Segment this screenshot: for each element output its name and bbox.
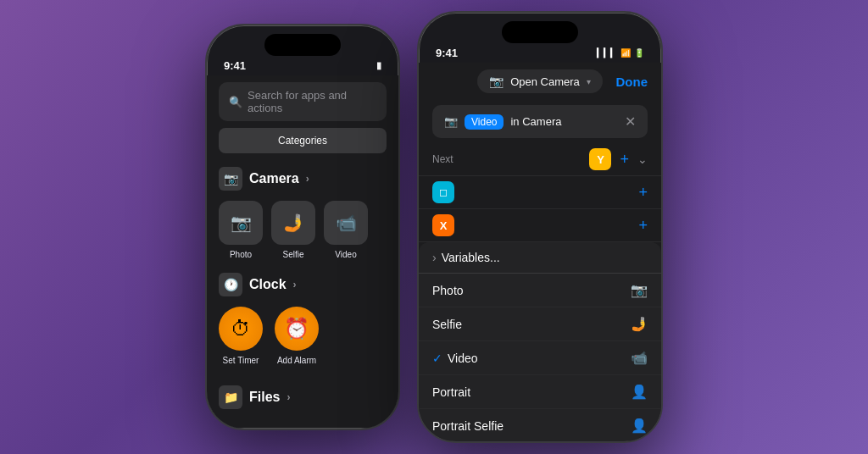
video-icon: 📹 <box>324 201 368 245</box>
status-bar-left: 9:41 ▮ <box>207 56 398 75</box>
status-bar-right: 9:41 ▎▎▎ 📶 🔋 <box>419 43 661 63</box>
next-item-y[interactable]: Y <box>589 148 611 170</box>
status-icons-left: ▮ <box>376 60 381 71</box>
files-section-icon: 📁 <box>219 385 242 409</box>
clock-shortcuts-row: ⏱ Set Timer ⏰ Add Alarm <box>207 302 398 370</box>
left-phone: 9:41 ▮ 🔍 Search for apps and actions Cat… <box>205 24 400 430</box>
photo-menu-icon: 📷 <box>631 282 648 298</box>
set-timer-label: Set Timer <box>223 356 259 365</box>
video-label: Video <box>335 250 356 259</box>
dynamic-island-left <box>264 34 341 56</box>
next-chevron-down: ⌄ <box>637 152 648 166</box>
right-phone-content: 📷 Open Camera ▾ Done 📷 Video in Camera ✕… <box>419 63 661 440</box>
next-add-3[interactable]: + <box>638 217 648 235</box>
filter-tag[interactable]: Video <box>465 114 504 130</box>
shortcut-selfie[interactable]: 🤳 Selfie <box>271 201 315 259</box>
right-phone: 9:41 ▎▎▎ 📶 🔋 📷 Open Camera ▾ Done 📷 Vi <box>417 11 663 443</box>
dynamic-island-right <box>502 21 578 43</box>
portrait-selfie-menu-label: Portrait Selfie <box>432 419 504 433</box>
menu-item-selfie[interactable]: Selfie 🤳 <box>419 307 661 341</box>
variables-row[interactable]: › Variables... <box>419 242 661 274</box>
action-label: Open Camera <box>510 75 580 88</box>
variables-label: Variables... <box>442 251 500 264</box>
video-check-icon: ✓ <box>432 352 442 365</box>
menu-item-photo[interactable]: Photo 📷 <box>419 274 661 307</box>
add-alarm-icon: ⏰ <box>275 307 319 351</box>
camera-section-icon: 📷 <box>219 167 242 191</box>
filter-bar: 📷 Video in Camera ✕ <box>432 105 648 138</box>
menu-item-portrait-left: Portrait <box>432 385 470 399</box>
variables-chevron: › <box>432 251 437 264</box>
left-phone-content: 🔍 Search for apps and actions Categories… <box>207 75 398 428</box>
selfie-label: Selfie <box>282 250 303 259</box>
camera-section-title: Camera <box>249 171 299 186</box>
next-add-1[interactable]: + <box>620 151 629 169</box>
video-menu-label: Video <box>448 352 478 365</box>
search-bar[interactable]: 🔍 Search for apps and actions <box>219 82 387 121</box>
battery-icon-left: ▮ <box>376 60 381 71</box>
add-alarm-label: Add Alarm <box>277 356 316 365</box>
filter-text: in Camera <box>510 115 561 128</box>
top-action-bar: 📷 Open Camera ▾ Done <box>419 63 661 100</box>
shortcut-add-alarm[interactable]: ⏰ Add Alarm <box>275 307 319 365</box>
clock-section-header[interactable]: 🕐 Clock › <box>207 264 398 302</box>
menu-item-video-left: ✓ Video <box>432 352 478 365</box>
selfie-menu-icon: 🤳 <box>631 316 648 332</box>
clock-section-icon: 🕐 <box>219 273 242 296</box>
action-dropdown-arrow: ▾ <box>587 77 591 86</box>
clock-chevron: › <box>293 279 297 291</box>
next-items-row-2: ◻ + <box>419 176 661 209</box>
camera-chevron: › <box>306 173 309 185</box>
wifi-icon: 📶 <box>620 48 631 58</box>
battery-icon-right: 🔋 <box>634 48 644 58</box>
photo-icon: 📷 <box>219 201 263 245</box>
time-right: 9:41 <box>436 47 458 59</box>
menu-item-portrait-selfie-left: Portrait Selfie <box>432 419 504 433</box>
files-section-title: Files <box>249 390 280 405</box>
files-chevron: › <box>287 391 290 403</box>
shortcut-set-timer[interactable]: ⏱ Set Timer <box>219 307 263 365</box>
shortcut-video[interactable]: 📹 Video <box>324 201 368 259</box>
categories-button[interactable]: Categories <box>219 128 387 153</box>
portrait-menu-icon: 👤 <box>631 384 648 400</box>
selfie-menu-label: Selfie <box>432 318 462 331</box>
camera-section-header[interactable]: 📷 Camera › <box>207 158 398 196</box>
status-icons-right: ▎▎▎ 📶 🔋 <box>597 48 644 58</box>
menu-item-portrait-selfie[interactable]: Portrait Selfie 👤 <box>419 409 661 443</box>
search-icon: 🔍 <box>229 96 242 108</box>
menu-item-photo-left: Photo <box>432 284 464 297</box>
portrait-menu-label: Portrait <box>432 385 470 399</box>
camera-shortcuts-row: 📷 Photo 🤳 Selfie 📹 Video <box>207 196 398 264</box>
next-items-row: Next Y + ⌄ <box>419 143 661 176</box>
done-button[interactable]: Done <box>616 75 648 89</box>
next-add-2[interactable]: + <box>638 184 648 202</box>
menu-item-video[interactable]: ✓ Video 📹 <box>419 341 661 375</box>
time-left: 9:41 <box>224 59 246 72</box>
video-menu-icon: 📹 <box>631 350 648 366</box>
next-items-row-3: X + <box>419 209 661 242</box>
shortcut-photo[interactable]: 📷 Photo <box>219 201 263 259</box>
menu-item-selfie-left: Selfie <box>432 318 462 331</box>
search-placeholder: Search for apps and actions <box>248 89 376 114</box>
next-label: Next <box>432 153 589 165</box>
next-item-3[interactable]: X <box>432 214 454 236</box>
set-timer-icon: ⏱ <box>219 307 263 351</box>
dropdown-menu: › Variables... Photo 📷 Selfie 🤳 <box>419 242 661 443</box>
selfie-icon: 🤳 <box>271 201 315 245</box>
signal-icon: ▎▎▎ <box>597 48 617 58</box>
filter-close-icon[interactable]: ✕ <box>625 114 636 130</box>
open-camera-pill[interactable]: 📷 Open Camera ▾ <box>477 69 603 93</box>
photo-label: Photo <box>230 250 252 259</box>
portrait-selfie-menu-icon: 👤 <box>631 418 648 434</box>
menu-item-portrait[interactable]: Portrait 👤 <box>419 375 661 409</box>
action-camera-icon: 📷 <box>489 75 504 88</box>
next-item-2[interactable]: ◻ <box>432 181 454 203</box>
files-section-header[interactable]: 📁 Files › <box>207 377 398 414</box>
photo-menu-label: Photo <box>432 284 464 297</box>
filter-camera-icon: 📷 <box>444 115 458 128</box>
clock-section-title: Clock <box>249 277 287 292</box>
